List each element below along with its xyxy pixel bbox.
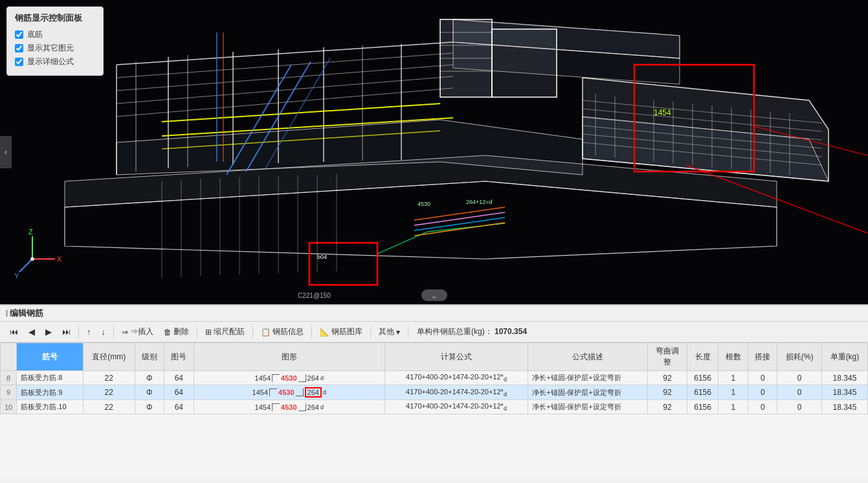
cell-lap[interactable]: 0 [748, 385, 777, 400]
cell-figure[interactable]: 1454 4530 264 d [194, 385, 384, 400]
sep2 [113, 326, 114, 339]
cell-formula[interactable]: 4170+400-20+1474-20-20+12*d [384, 385, 528, 400]
table-header-row: 筋号 直径(mm) 级别 图号 图形 计算公式 公式描述 弯曲调整 长度 根数 … [1, 343, 868, 371]
cell-figure[interactable]: 1454 4530 264 d [194, 371, 384, 385]
cell-jianhao[interactable]: 筋板受力筋.10 [17, 400, 83, 414]
cell-length[interactable]: 6156 [687, 371, 718, 385]
svg-text:Z: Z [28, 228, 33, 236]
rebar-table: 筋号 直径(mm) 级别 图号 图形 计算公式 公式描述 弯曲调整 长度 根数 … [0, 343, 868, 414]
rebar-info-btn[interactable]: 📋 钢筋信息 [256, 324, 308, 339]
delete-icon: 🗑 [164, 328, 172, 337]
cell-adjust[interactable]: 92 [648, 371, 687, 385]
cell-tuhao[interactable]: 64 [164, 371, 194, 385]
scale-btn[interactable]: ⊞ 缩尺配筋 [201, 324, 249, 339]
rebar-lib-icon: 📐 [320, 328, 329, 337]
cell-tuhao[interactable]: 64 [164, 400, 194, 414]
col-diameter: 直径(mm) [83, 343, 135, 371]
svg-text:Y: Y [14, 272, 19, 280]
other-btn[interactable]: 其他 ▾ [374, 324, 405, 339]
cell-weight[interactable]: 18.345 [821, 400, 867, 414]
cell-loss[interactable]: 0 [777, 385, 821, 400]
rebar-lib-btn[interactable]: 📐 钢筋图库 [315, 324, 367, 339]
move-up-btn[interactable]: ↑ [82, 325, 96, 339]
cell-loss[interactable]: 0 [777, 400, 821, 414]
cell-length[interactable]: 6156 [687, 385, 718, 400]
prev-icon: ◀ [28, 327, 35, 337]
cell-loss[interactable]: 0 [777, 371, 821, 385]
last-icon: ⏭ [62, 327, 71, 337]
delete-btn[interactable]: 🗑 删除 [159, 324, 194, 339]
viewport-scroll-left[interactable]: ‹ [0, 136, 12, 168]
cell-jianhao[interactable]: 筋板受力筋.8 [17, 371, 83, 385]
bottom-panel: ⁞ 编辑钢筋 ⏮ ◀ ▶ ⏭ ↑ ↓ ⇒ ⇒插入 🗑 删除 [0, 304, 868, 478]
rebar-table-container[interactable]: 筋号 直径(mm) 级别 图号 图形 计算公式 公式描述 弯曲调整 长度 根数 … [0, 343, 868, 478]
col-figure: 图形 [194, 343, 384, 371]
scale-icon: ⊞ [205, 328, 212, 337]
prev-btn[interactable]: ◀ [24, 325, 39, 339]
cell-weight[interactable]: 18.345 [821, 371, 867, 385]
cell-grade[interactable]: Φ [135, 400, 164, 414]
insert-btn[interactable]: ⇒ ⇒插入 [117, 324, 158, 339]
cell-desc[interactable]: 净长+锚固-保护层+设定弯折 [528, 371, 648, 385]
section-title-text: 编辑钢筋 [10, 308, 43, 319]
checkbox-show-elements[interactable]: 显示其它图元 [15, 43, 95, 54]
cell-diameter[interactable]: 22 [83, 385, 135, 400]
down-icon: ↓ [102, 327, 106, 337]
col-count: 根数 [718, 343, 748, 371]
col-adjust: 弯曲调整 [648, 343, 687, 371]
toolbar: ⏮ ◀ ▶ ⏭ ↑ ↓ ⇒ ⇒插入 🗑 删除 ⊞ 缩尺配筋 [0, 322, 868, 343]
cell-figure[interactable]: 1454 4530 264 d [194, 400, 384, 414]
sep4 [252, 326, 253, 339]
checkbox-show-formula[interactable]: 显示详细公式 [15, 56, 95, 67]
wireframe-scene: 1454 b04 4530 264+12=d [0, 0, 868, 304]
col-jianhao: 筋号 [17, 343, 83, 371]
cell-count[interactable]: 1 [718, 385, 748, 400]
cell-adjust[interactable]: 92 [648, 400, 687, 414]
sep6 [370, 326, 371, 339]
col-rownum [1, 343, 17, 371]
cell-tuhao[interactable]: 64 [164, 385, 194, 400]
svg-text:b04: b04 [317, 254, 327, 260]
checkbox-bottom-rebar[interactable]: 底筋 [15, 29, 95, 40]
dropdown-arrow: ▾ [396, 328, 400, 337]
cell-adjust[interactable]: 92 [648, 385, 687, 400]
next-btn[interactable]: ▶ [41, 325, 56, 339]
table-row[interactable]: 10 筋板受力筋.10 22 Φ 64 1454 4530 264 d 4170… [1, 400, 868, 414]
insert-icon: ⇒ [122, 328, 128, 337]
cell-diameter[interactable]: 22 [83, 371, 135, 385]
control-panel: 钢筋显示控制面板 底筋 显示其它图元 显示详细公式 [6, 6, 104, 76]
cell-grade[interactable]: Φ [135, 371, 164, 385]
cell-jianhao[interactable]: 筋板受力筋.9 [17, 385, 83, 400]
control-panel-title: 钢筋显示控制面板 [15, 12, 95, 24]
total-label: 单构件钢筋总重(kg)： 1070.354 [417, 326, 527, 337]
svg-text:1454: 1454 [654, 108, 671, 117]
table-row[interactable]: 9 筋板受力筋.9 22 Φ 64 1454 4530 264 d 4170+4… [1, 385, 868, 400]
cell-count[interactable]: 1 [718, 400, 748, 414]
col-weight: 单重(kg) [821, 343, 867, 371]
sep5 [311, 326, 312, 339]
cell-lap[interactable]: 0 [748, 371, 777, 385]
table-row[interactable]: 8 筋板受力筋.8 22 Φ 64 1454 4530 264 d 4170+4… [1, 371, 868, 385]
col-formula: 计算公式 [384, 343, 528, 371]
drag-dots: ⁞ [5, 308, 7, 319]
cell-count[interactable]: 1 [718, 371, 748, 385]
first-btn[interactable]: ⏮ [5, 325, 23, 339]
viewport-scroll-handle[interactable]: ⌄ [421, 289, 447, 301]
cell-length[interactable]: 6156 [687, 400, 718, 414]
cell-formula[interactable]: 4170+400-20+1474-20-20+12*d [384, 400, 528, 414]
cell-lap[interactable]: 0 [748, 400, 777, 414]
cell-formula[interactable]: 4170+400-20+1474-20-20+12*d [384, 371, 528, 385]
section-header: ⁞ 编辑钢筋 [0, 306, 868, 322]
cell-diameter[interactable]: 22 [83, 400, 135, 414]
cell-desc[interactable]: 净长+锚固-保护层+设定弯折 [528, 385, 648, 400]
cell-weight[interactable]: 18.345 [821, 385, 867, 400]
col-grade: 级别 [135, 343, 164, 371]
last-btn[interactable]: ⏭ [58, 325, 75, 339]
col-lap: 搭接 [748, 343, 777, 371]
next-icon: ▶ [45, 327, 52, 337]
cell-grade[interactable]: Φ [135, 385, 164, 400]
up-icon: ↑ [87, 327, 91, 337]
svg-text:X: X [57, 255, 62, 263]
move-down-btn[interactable]: ↓ [97, 325, 111, 339]
cell-desc[interactable]: 净长+锚固-保护层+设定弯折 [528, 400, 648, 414]
